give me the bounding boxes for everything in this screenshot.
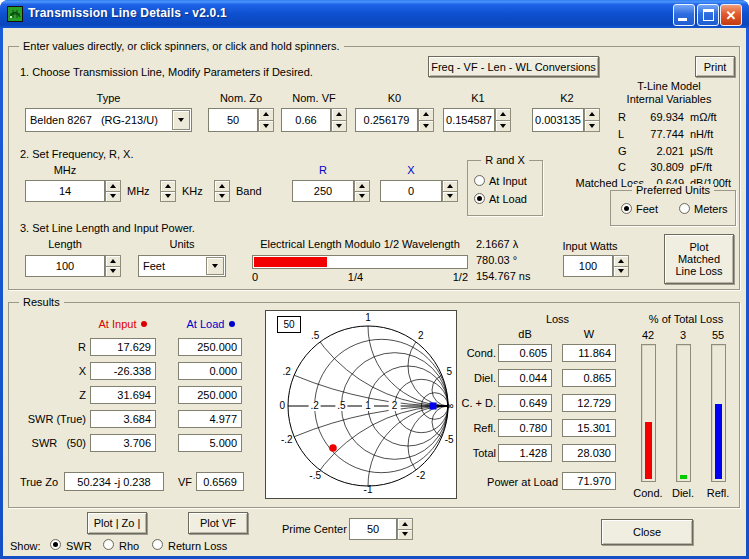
type-combobox[interactable]: Belden 8267 (RG-213/U) bbox=[25, 108, 192, 132]
tline-var-unit: pF/ft bbox=[690, 161, 712, 173]
radio-at-input[interactable] bbox=[474, 175, 485, 186]
svg-text:1: 1 bbox=[365, 400, 371, 411]
khz-spinner bbox=[160, 180, 176, 202]
loss-w-value: 12.729 bbox=[562, 394, 616, 412]
degrees-value: 780.03 ° bbox=[476, 254, 517, 266]
k0-spinner bbox=[418, 108, 434, 132]
spin-up[interactable] bbox=[354, 180, 370, 192]
spin-down[interactable] bbox=[584, 121, 600, 133]
k2-field[interactable]: 0.003135 bbox=[532, 108, 584, 132]
spin-down[interactable] bbox=[160, 192, 176, 203]
spin-down[interactable] bbox=[258, 121, 274, 133]
spin-down[interactable] bbox=[397, 530, 413, 541]
plot-vf-button[interactable]: Plot VF bbox=[188, 512, 248, 534]
units-combobox[interactable]: Feet bbox=[138, 255, 226, 277]
conversions-button[interactable]: Freq - VF - Len - WL Conversions bbox=[428, 56, 599, 77]
results-caption: Results bbox=[19, 296, 64, 309]
k0-label: K0 bbox=[355, 92, 434, 104]
tline-title-2: Internal Variables bbox=[600, 93, 738, 105]
randx-caption: R and X bbox=[481, 154, 529, 167]
minimize-button[interactable] bbox=[673, 4, 695, 26]
spin-down[interactable] bbox=[442, 192, 458, 203]
tline-var-value: 77.744 bbox=[626, 128, 684, 140]
pct-bar-label: Cond. bbox=[629, 487, 667, 499]
radio-show-swr[interactable] bbox=[50, 539, 61, 550]
k1-label: K1 bbox=[443, 92, 513, 104]
mhz-spinner bbox=[105, 180, 121, 202]
power-at-load-value: 71.970 bbox=[562, 472, 616, 490]
print-button[interactable]: Print bbox=[695, 56, 735, 77]
k0-field[interactable]: 0.256179 bbox=[355, 108, 418, 132]
svg-text:1: 1 bbox=[365, 312, 371, 323]
pct-value: 42 bbox=[633, 329, 663, 341]
spin-up[interactable] bbox=[495, 108, 511, 121]
k1-field[interactable]: 0.154587 bbox=[443, 108, 495, 132]
at-load-dot bbox=[229, 321, 235, 327]
spin-down[interactable] bbox=[214, 192, 230, 203]
spin-up[interactable] bbox=[214, 180, 230, 192]
radio-at-input-label: At Input bbox=[489, 175, 527, 187]
pct-bar-refl bbox=[711, 344, 726, 482]
spin-down[interactable] bbox=[105, 192, 121, 203]
length-field[interactable]: 100 bbox=[25, 255, 105, 277]
tline-title-1: T-Line Model bbox=[600, 80, 738, 92]
x-label: X bbox=[380, 164, 442, 176]
radio-show-rho[interactable] bbox=[103, 539, 114, 550]
spin-up[interactable] bbox=[105, 180, 121, 192]
prime-center-field[interactable]: 50 bbox=[349, 518, 397, 540]
spin-up[interactable] bbox=[442, 180, 458, 192]
spin-up[interactable] bbox=[418, 108, 434, 121]
spin-up[interactable] bbox=[160, 180, 176, 192]
spin-up[interactable] bbox=[331, 108, 347, 121]
section1-heading: 1. Choose Transmission Line, Modify Para… bbox=[20, 66, 313, 78]
radio-show-return-loss[interactable] bbox=[152, 539, 163, 550]
nom-vf-field[interactable]: 0.66 bbox=[281, 108, 331, 132]
spin-down[interactable] bbox=[354, 192, 370, 203]
radio-feet[interactable] bbox=[621, 203, 632, 214]
spin-down[interactable] bbox=[613, 267, 629, 278]
units-combobox-value: Feet bbox=[143, 260, 165, 272]
chevron-down-icon[interactable] bbox=[172, 110, 190, 130]
svg-text:2: 2 bbox=[392, 400, 398, 411]
close-icon: ✕ bbox=[726, 9, 737, 22]
spin-up[interactable] bbox=[105, 255, 121, 267]
spin-up[interactable] bbox=[613, 255, 629, 267]
r-field[interactable]: 250 bbox=[292, 180, 354, 202]
spin-up[interactable] bbox=[584, 108, 600, 121]
spin-down[interactable] bbox=[105, 267, 121, 278]
wavelength-value: 2.1667 λ bbox=[476, 238, 518, 250]
loss-db-value: 0.605 bbox=[498, 344, 552, 362]
loss-row-label: C. + D. bbox=[440, 397, 496, 409]
plot-matched-line-loss-button[interactable]: Plot Matched Line Loss bbox=[664, 234, 734, 284]
true-zo-label: True Zo bbox=[20, 476, 58, 488]
spin-down[interactable] bbox=[495, 121, 511, 133]
spin-down[interactable] bbox=[331, 121, 347, 133]
x-field[interactable]: 0 bbox=[380, 180, 442, 202]
load-dot bbox=[430, 403, 437, 410]
nom-zo-spinner bbox=[258, 108, 274, 132]
at-input-header: At Input bbox=[86, 318, 160, 330]
tline-var-name: C bbox=[618, 161, 626, 173]
input-watts-field[interactable]: 100 bbox=[563, 255, 613, 277]
close-button[interactable]: Close bbox=[601, 519, 693, 545]
radio-at-load[interactable] bbox=[474, 193, 485, 204]
svg-text:0: 0 bbox=[280, 400, 286, 411]
mhz-field[interactable]: 14 bbox=[25, 180, 105, 202]
chevron-down-icon[interactable] bbox=[206, 257, 224, 275]
plot-zo-button[interactable]: Plot | Zo | bbox=[87, 512, 147, 534]
input-dot bbox=[329, 444, 337, 452]
spin-up[interactable] bbox=[397, 518, 413, 530]
elm-label: Electrical Length Modulo 1/2 Wavelength bbox=[252, 238, 468, 250]
result-row-label: SWR (50) bbox=[8, 437, 86, 449]
tline-var-value: 69.934 bbox=[626, 111, 684, 123]
nom-zo-field[interactable]: 50 bbox=[208, 108, 258, 132]
pct-loss-title: % of Total Loss bbox=[634, 313, 738, 325]
close-window-button[interactable]: ✕ bbox=[720, 4, 742, 26]
loss-w-header: W bbox=[562, 328, 616, 340]
maximize-button[interactable] bbox=[697, 4, 719, 26]
spin-down[interactable] bbox=[418, 121, 434, 133]
input-watts-spinner bbox=[613, 255, 629, 277]
spin-up[interactable] bbox=[258, 108, 274, 121]
result-row-label: SWR (True) bbox=[8, 413, 86, 425]
radio-meters[interactable] bbox=[679, 203, 690, 214]
